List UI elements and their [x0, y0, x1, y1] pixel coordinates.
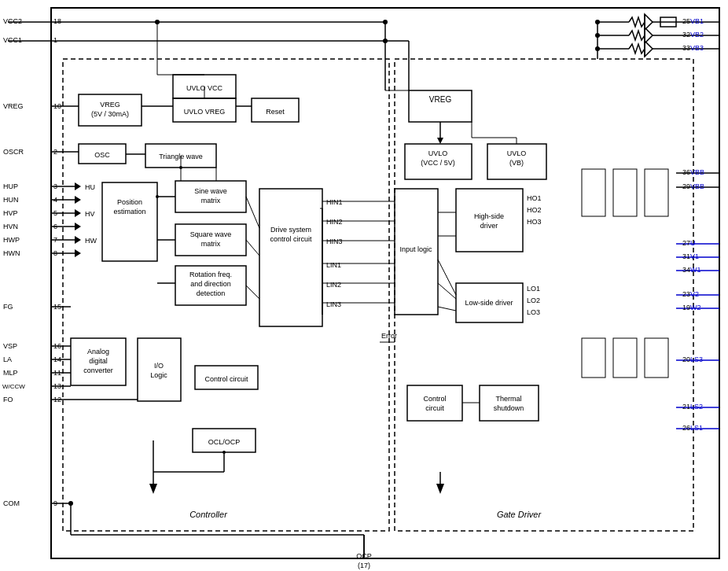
svg-text:matrix: matrix — [201, 197, 221, 204]
svg-text:HV: HV — [85, 210, 95, 218]
svg-point-56 — [155, 20, 160, 24]
svg-text:V1: V1 — [690, 252, 699, 260]
svg-text:32: 32 — [682, 31, 690, 39]
svg-text:16: 16 — [53, 342, 61, 350]
svg-text:VREG: VREG — [429, 95, 452, 104]
svg-text:(17): (17) — [358, 562, 370, 569]
svg-text:Control: Control — [423, 395, 446, 403]
svg-text:Position: Position — [117, 198, 142, 206]
svg-text:20: 20 — [682, 355, 690, 363]
svg-text:36: 36 — [682, 168, 690, 176]
svg-text:HUP: HUP — [3, 182, 18, 190]
svg-text:MLP: MLP — [3, 369, 18, 377]
svg-text:UVLO: UVLO — [428, 149, 448, 157]
svg-text:Rotation freq.: Rotation freq. — [189, 271, 232, 278]
svg-text:LS1: LS1 — [690, 424, 703, 432]
svg-text:VSP: VSP — [3, 342, 17, 350]
svg-text:digital: digital — [89, 357, 108, 365]
svg-text:10: 10 — [53, 102, 61, 110]
svg-text:matrix: matrix — [201, 240, 221, 248]
svg-text:HWP: HWP — [3, 236, 20, 244]
svg-point-97 — [156, 195, 159, 198]
svg-text:driver: driver — [480, 222, 498, 230]
svg-text:HU: HU — [85, 183, 95, 191]
svg-text:Thermal: Thermal — [495, 395, 521, 403]
svg-text:HIN2: HIN2 — [326, 218, 343, 226]
svg-text:FG: FG — [3, 303, 13, 311]
svg-text:8: 8 — [53, 249, 57, 257]
svg-text:HVP: HVP — [3, 209, 18, 217]
svg-text:9: 9 — [53, 499, 57, 507]
svg-text:(5V / 30mA): (5V / 30mA) — [91, 110, 129, 118]
svg-text:4: 4 — [53, 196, 57, 204]
svg-text:W2: W2 — [690, 304, 701, 311]
svg-text:UVLO VREG: UVLO VREG — [184, 108, 226, 116]
svg-text:13: 13 — [53, 382, 61, 390]
svg-text:OSCR: OSCR — [3, 148, 24, 156]
svg-text:estimation: estimation — [113, 208, 145, 216]
svg-text:HVN: HVN — [3, 223, 18, 230]
svg-text:Control circuit: Control circuit — [204, 375, 248, 383]
svg-text:UVLO: UVLO — [507, 149, 527, 157]
svg-text:LO3: LO3 — [527, 308, 540, 316]
svg-text:23: 23 — [682, 290, 690, 298]
svg-text:W/CCW: W/CCW — [2, 383, 25, 390]
svg-text:5: 5 — [53, 209, 57, 217]
svg-text:Gate Driver: Gate Driver — [497, 510, 542, 519]
svg-text:LA: LA — [3, 355, 12, 363]
svg-text:18: 18 — [53, 17, 61, 25]
svg-text:control circuit: control circuit — [270, 235, 312, 243]
svg-text:LO1: LO1 — [527, 285, 540, 293]
svg-text:2: 2 — [53, 148, 57, 156]
svg-text:Controller: Controller — [189, 510, 228, 519]
svg-rect-0 — [0, 0, 728, 571]
svg-text:FO: FO — [3, 396, 13, 403]
svg-text:HIN3: HIN3 — [326, 238, 343, 245]
svg-text:26: 26 — [682, 424, 690, 432]
svg-text:Square wave: Square wave — [190, 230, 232, 238]
svg-text:15: 15 — [53, 303, 61, 311]
svg-point-254 — [222, 451, 226, 454]
svg-text:VB2: VB2 — [690, 31, 704, 39]
svg-text:34: 34 — [682, 266, 690, 274]
svg-text:(VCC / 5V): (VCC / 5V) — [421, 159, 455, 167]
svg-text:Low-side driver: Low-side driver — [465, 299, 513, 307]
svg-text:14: 14 — [53, 355, 61, 363]
svg-text:VBB: VBB — [690, 182, 704, 190]
svg-text:LIN2: LIN2 — [326, 281, 341, 289]
svg-text:7: 7 — [53, 236, 57, 244]
svg-text:VCC1: VCC1 — [3, 36, 22, 44]
svg-text:3: 3 — [53, 182, 57, 190]
svg-text:6: 6 — [53, 223, 57, 230]
svg-text:W1: W1 — [690, 266, 701, 274]
svg-text:LS3: LS3 — [690, 355, 703, 363]
svg-text:Sine wave: Sine wave — [194, 187, 227, 195]
svg-text:VB3: VB3 — [690, 44, 704, 52]
svg-text:11: 11 — [53, 369, 61, 377]
svg-text:(VB): (VB) — [509, 159, 524, 167]
svg-text:COM: COM — [3, 499, 20, 507]
svg-text:V2: V2 — [690, 290, 699, 298]
svg-text:Input logic: Input logic — [399, 245, 432, 253]
svg-text:LS2: LS2 — [690, 403, 703, 411]
svg-text:29: 29 — [682, 182, 690, 190]
svg-text:Reset: Reset — [266, 108, 285, 116]
svg-text:27: 27 — [682, 239, 690, 247]
svg-text:LO2: LO2 — [527, 297, 540, 304]
svg-text:HO1: HO1 — [527, 194, 542, 202]
svg-text:and direction: and direction — [190, 280, 231, 288]
svg-text:VCC2: VCC2 — [3, 17, 22, 25]
svg-text:VREG: VREG — [3, 102, 24, 110]
svg-text:12: 12 — [53, 396, 61, 403]
svg-text:Analog: Analog — [87, 348, 109, 355]
svg-text:VREG: VREG — [100, 101, 120, 109]
svg-text:VBB: VBB — [690, 168, 704, 176]
svg-text:HW: HW — [85, 237, 97, 245]
svg-text:shutdown: shutdown — [494, 404, 524, 412]
svg-text:25: 25 — [682, 17, 690, 25]
svg-text:OCL/OCP: OCL/OCP — [208, 438, 241, 446]
circuit-diagram: VREG UVLO (VCC / 5V) UVLO (VB) VREG (5V … — [0, 0, 728, 571]
diagram-container: VREG UVLO (VCC / 5V) UVLO (VB) VREG (5V … — [0, 0, 728, 571]
svg-text:circuit: circuit — [425, 404, 444, 412]
svg-text:VB1: VB1 — [690, 17, 704, 25]
